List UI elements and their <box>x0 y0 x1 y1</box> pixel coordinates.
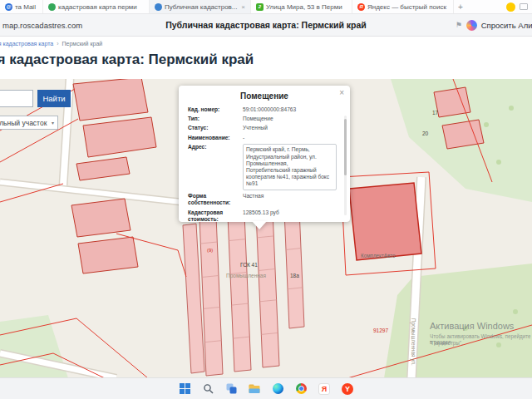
object-info-popup: Помещение × Кад. номер:59:01:0000000:847… <box>179 86 350 222</box>
task-view-icon[interactable] <box>224 381 239 397</box>
map-label-parcel-91297: 91297 <box>373 328 388 333</box>
close-icon[interactable]: × <box>339 88 344 97</box>
type-value: Помещение <box>243 116 337 122</box>
alice-assistant-icon[interactable] <box>466 20 477 31</box>
tab-label: Улица Мира, 53 в Перми <box>266 3 342 11</box>
search-icon[interactable] <box>200 381 216 397</box>
new-tab-button[interactable]: + <box>454 0 467 13</box>
address-value: Пермский край, г. Пермь, Индустриальный … <box>243 144 337 190</box>
2gis-glyph: 2 <box>259 4 261 9</box>
cad-number-value: 59:01:0000000:84763 <box>243 106 337 113</box>
breadcrumb-current[interactable]: Пермский край <box>62 41 103 47</box>
map-label-house-18a: 18а <box>290 273 299 278</box>
popup-row: Кад. номер:59:01:0000000:84763 <box>188 105 337 114</box>
popup-row: Адрес:Пермский край, г. Пермь, Индустриа… <box>188 143 337 192</box>
map-search-panel: Найти Земельный участок ▾ <box>0 90 71 130</box>
browser-tab-yandex[interactable]: Я Яндекс — быстрый поиск <box>352 0 454 13</box>
popup-row: Тип:Помещение <box>188 114 337 123</box>
browser-tab-public-map-active[interactable]: Публичная кадастров... × <box>150 0 251 13</box>
popup-pointer-tail <box>252 221 267 237</box>
popup-scrollbar[interactable] <box>344 116 347 215</box>
map-label-parcel-9: (9) <box>207 248 213 253</box>
status-value: Учтенный <box>243 125 337 131</box>
windows-activation-line2: "Параметры". <box>430 340 463 346</box>
cad-cost-value: 128505.13 руб <box>243 209 337 222</box>
popup-row: Форма собственности:Частная <box>188 191 337 208</box>
map-pin-favicon-icon <box>48 3 56 11</box>
popup-rows: Кад. номер:59:01:0000000:84763 Тип:Помещ… <box>179 105 350 222</box>
find-button[interactable]: Найти <box>37 90 71 107</box>
map-label-house-17: 17 <box>432 110 438 116</box>
map-label-promyshlennaya: Промышленная <box>226 273 266 278</box>
start-button[interactable] <box>177 381 193 397</box>
map-label-house-20: 20 <box>422 131 428 136</box>
object-type-select[interactable]: Земельный участок ▾ <box>0 116 58 130</box>
tab-label: Публичная кадастров... <box>165 3 238 11</box>
bookmark-icon[interactable]: ⚑ <box>456 21 462 29</box>
map-label-promyshlennaya-street: Промышленная ул. <box>411 318 416 366</box>
plus-points-icon[interactable] <box>506 2 515 12</box>
popup-row: Статус:Учтенный <box>188 124 337 133</box>
2gis-favicon-icon: 2 <box>256 3 264 11</box>
tab-label: та Mail <box>15 3 36 11</box>
map-canvas[interactable]: 17 20 ГСК 41 Промышленная 18а (9) 91297 … <box>0 79 532 378</box>
ownership-value: Частная <box>243 193 337 206</box>
popup-title: Помещение <box>179 86 350 101</box>
page-title: Публичная кадастровая карта: Пермский кр… <box>0 52 532 68</box>
address-url[interactable]: map.roscadastres.com <box>2 21 82 30</box>
yandex-browser-icon[interactable]: Y <box>340 381 356 397</box>
search-input[interactable] <box>0 90 33 107</box>
browser-toolbar: map.roscadastres.com Публичная кадастров… <box>0 14 532 37</box>
breadcrumb-separator: › <box>57 41 58 47</box>
chevron-down-icon: ▾ <box>52 120 54 126</box>
map-label-gsk-41: ГСК 41 <box>240 262 258 268</box>
chrome-icon[interactable] <box>293 381 309 397</box>
popup-row: Наименование:- <box>188 133 337 142</box>
popup-scrollbar-thumb[interactable] <box>344 119 347 175</box>
breadcrumb-link-map[interactable]: Публичная кадастровая карта <box>0 41 53 47</box>
mail-at-glyph: @ <box>7 4 12 9</box>
edge-icon[interactable] <box>270 381 286 397</box>
browser-tab-mail[interactable]: @ та Mail <box>0 0 43 13</box>
browser-tab-cadastral-search[interactable]: кадастровая карта перми <box>43 0 150 13</box>
map-label-komplekt-avto: КомплектАвто <box>361 253 396 259</box>
globe-favicon-icon <box>155 3 162 11</box>
windows-taskbar: Я Y <box>0 377 532 399</box>
browser-tab-2gis[interactable]: 2 Улица Мира, 53 в Перми <box>251 0 352 13</box>
mail-favicon-icon: @ <box>5 3 12 11</box>
popup-row: Кадастровая стоимость:128505.13 руб <box>188 208 337 222</box>
yandex-app-icon[interactable]: Я <box>317 381 332 397</box>
object-type-value: Земельный участок <box>0 119 47 127</box>
yandex-favicon-icon: Я <box>357 3 365 11</box>
windows-activation-watermark: Активация Windows <box>430 321 514 331</box>
breadcrumb: Публичная кадастровая карта › Пермский к… <box>0 41 532 50</box>
tab-label: Яндекс — быстрый поиск <box>367 3 446 11</box>
yandex-glyph: Я <box>359 4 362 9</box>
tab-strip: @ та Mail кадастровая карта перми Публич… <box>0 0 532 14</box>
tab-label: кадастровая карта перми <box>58 3 137 11</box>
alice-button[interactable]: Спросить Алису <box>481 21 532 30</box>
file-explorer-icon[interactable] <box>247 381 263 397</box>
tab-close-icon[interactable]: × <box>241 3 245 11</box>
name-value: - <box>243 135 337 141</box>
side-panel-icon[interactable] <box>520 3 528 10</box>
